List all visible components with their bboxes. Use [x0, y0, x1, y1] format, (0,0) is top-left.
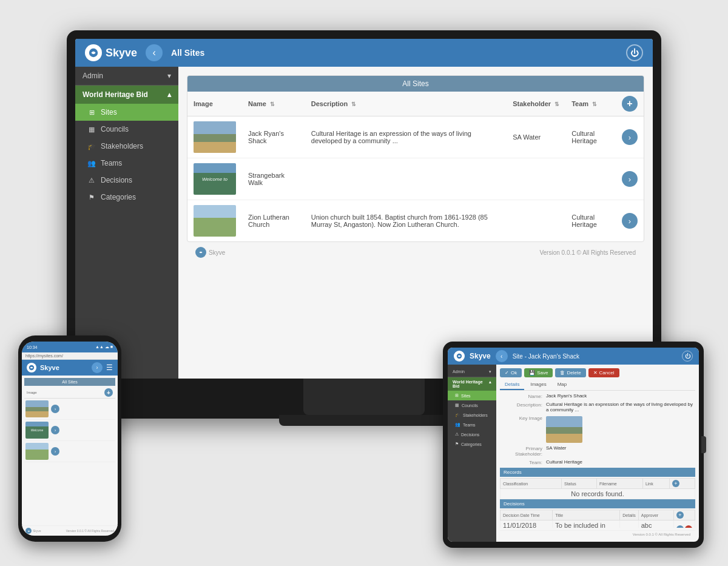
tablet-delete-button[interactable]: 🗑 Delete [555, 368, 585, 377]
decisions-icon: ⚠ [87, 176, 96, 184]
stakeholder-sort-icon: ⇅ [554, 101, 559, 107]
col-decision-approver: Approver [638, 510, 673, 521]
sidebar-item-stakeholders[interactable]: 🎓 Stakeholders [75, 138, 178, 155]
back-button[interactable]: ‹ [146, 44, 163, 61]
phone-add-button[interactable]: + [104, 388, 113, 397]
phone-url-bar[interactable]: https://mysites.com/ [22, 352, 118, 360]
tablet-sidebar: Admin ▾ World Heritage Bid ▴ ⊞ Sites ▦ C… [448, 365, 496, 542]
app-body: Admin ▾ World Heritage Bid ▴ ⊞ Sites ▦ C… [75, 67, 653, 379]
row-name-cell: Zion Lutheran Church [242, 200, 305, 242]
add-decision-button[interactable]: + [676, 511, 684, 519]
tablet-sidebar-item-councils[interactable]: ▦ Councils [448, 400, 496, 410]
team-value: Cultural Heritage [546, 459, 695, 465]
records-empty-row: No records found. [500, 489, 695, 499]
tablet-power-button[interactable]: ⏻ [682, 351, 693, 362]
sites-icon: ⊞ [87, 108, 96, 116]
phone-nav-button[interactable]: › [92, 362, 103, 373]
tablet-logo-icon [454, 351, 465, 362]
phone-footer-logo-icon [25, 528, 32, 534]
sidebar-item-teams[interactable]: 👥 Teams [75, 155, 178, 172]
col-name[interactable]: Name ⇅ [242, 92, 305, 116]
tablet-sidebar-item-decisions[interactable]: ⚠ Decisions [448, 430, 496, 439]
tablet-sidebar-item-teams[interactable]: 👥 Teams [448, 420, 496, 430]
footer-logo-icon [195, 247, 206, 258]
sidebar-admin[interactable]: Admin ▾ [75, 67, 178, 86]
row-desc-cell [305, 158, 507, 200]
phone-menu-icon[interactable]: ☰ [106, 363, 113, 372]
categories-icon: ⚑ [87, 193, 96, 201]
monitor-base [279, 415, 449, 426]
tablet-sidebar-item-stakeholders[interactable]: 🎓 Stakeholders [448, 410, 496, 420]
sidebar-item-sites[interactable]: ⊞ Sites [75, 104, 178, 121]
row-nav-button[interactable]: › [622, 129, 638, 145]
sites-table: All Sites Image Name ⇅ [187, 75, 644, 242]
tablet-councils-icon: ▦ [455, 403, 459, 408]
row-nav-button[interactable]: › [622, 213, 638, 229]
tablet-decisions-icon: ⚠ [455, 432, 459, 437]
col-link: Link [642, 479, 669, 489]
tablet-back-button[interactable]: ‹ [496, 350, 508, 362]
row-nav-button[interactable]: › [622, 171, 638, 187]
row-image-cell [187, 116, 242, 158]
phone-row-nav[interactable]: › [51, 426, 59, 434]
stakeholder-label: Primary Stakeholder: [500, 445, 542, 457]
tablet-sidebar-module[interactable]: World Heritage Bid ▴ [448, 377, 496, 391]
tablet-screen: Skyve ‹ Site - Jack Ryan's Shack ⏻ Admin… [448, 348, 699, 542]
tablet-page-title: Site - Jack Ryan's Shack [513, 353, 677, 360]
col-decision-add: + [673, 510, 695, 521]
power-button[interactable]: ⏻ [626, 44, 643, 61]
col-classification: Classification [500, 479, 562, 489]
row-nav-cell: › [616, 158, 644, 200]
tablet-sites-icon: ⊞ [455, 393, 459, 398]
phone-content: All Sites Image + › Welcome › › [22, 376, 118, 525]
phone-row-image-welcome: Welcome [25, 422, 49, 439]
add-record-button[interactable]: + [672, 480, 679, 487]
col-add: + [669, 479, 695, 489]
sidebar-module[interactable]: World Heritage Bid ▴ [75, 86, 178, 104]
row-stakeholder-cell [507, 158, 565, 200]
logo-icon [85, 44, 102, 61]
sidebar-item-decisions[interactable]: ⚠ Decisions [75, 172, 178, 189]
tab-details[interactable]: Details [500, 380, 524, 390]
tablet-sidebar-item-sites[interactable]: ⊞ Sites [448, 391, 496, 400]
phone-row-nav[interactable]: › [51, 447, 59, 456]
tablet-action-bar: ✓ Ok 💾 Save 🗑 Delete ✕ Cancel [500, 368, 695, 377]
edit-decision-button[interactable]: › [676, 525, 684, 528]
add-site-button[interactable]: + [622, 96, 638, 112]
tablet-sidebar-item-categories[interactable]: ⚑ Categories [448, 439, 496, 449]
tab-images[interactable]: Images [525, 380, 551, 390]
tablet-stakeholders-icon: 🎓 [455, 413, 460, 417]
tablet-ok-button[interactable]: ✓ Ok [500, 368, 522, 377]
phone-row-nav[interactable]: › [51, 405, 59, 413]
col-team[interactable]: Team ⇅ [565, 92, 616, 116]
tablet-categories-icon: ⚑ [455, 442, 459, 446]
decisions-section-header: Decisions [500, 499, 695, 508]
row-nav-cell: › [616, 200, 644, 242]
sidebar-item-councils[interactable]: ▦ Councils [75, 121, 178, 138]
decisions-table: Decision Date Time Title Details Approve… [500, 510, 695, 528]
col-stakeholder[interactable]: Stakeholder ⇅ [507, 92, 565, 116]
tablet-main: ✓ Ok 💾 Save 🗑 Delete ✕ Cancel [496, 365, 699, 542]
form-name-row: Name: Jack Ryan's Shack [500, 393, 695, 399]
tablet-save-button[interactable]: 💾 Save [524, 368, 553, 377]
site-image-welcome: Welcome to [194, 163, 236, 195]
decisions-row: 11/01/2018 23:14 To be included in offic… [500, 521, 695, 528]
tablet-sidebar-admin[interactable]: Admin ▾ [448, 367, 496, 377]
phone-time: 10:34 [27, 345, 38, 349]
monitor-screen: Skyve ‹ All Sites ⏻ Admin ▾ World Herita… [75, 39, 653, 379]
tablet-cancel-button[interactable]: ✕ Cancel [588, 368, 619, 377]
site-image-barn [194, 121, 236, 153]
tab-map[interactable]: Map [553, 380, 572, 390]
row-desc-cell: Union church built 1854. Baptist church … [305, 200, 507, 242]
tablet-form: Name: Jack Ryan's Shack Description: Cul… [500, 393, 695, 528]
col-description[interactable]: Description ⇅ [305, 92, 507, 116]
tablet-logo-text: Skyve [470, 352, 491, 360]
tablet-topbar: Skyve ‹ Site - Jack Ryan's Shack ⏻ [448, 348, 699, 365]
phone-logo-text: Skyve [40, 364, 88, 371]
tablet-home-button[interactable] [701, 436, 706, 453]
logo-text: Skyve [106, 47, 137, 59]
footer-logo: Skyve [195, 247, 225, 258]
delete-decision-button[interactable]: - [685, 525, 692, 528]
sidebar-item-categories[interactable]: ⚑ Categories [75, 189, 178, 206]
phone-logo-icon [27, 363, 36, 372]
